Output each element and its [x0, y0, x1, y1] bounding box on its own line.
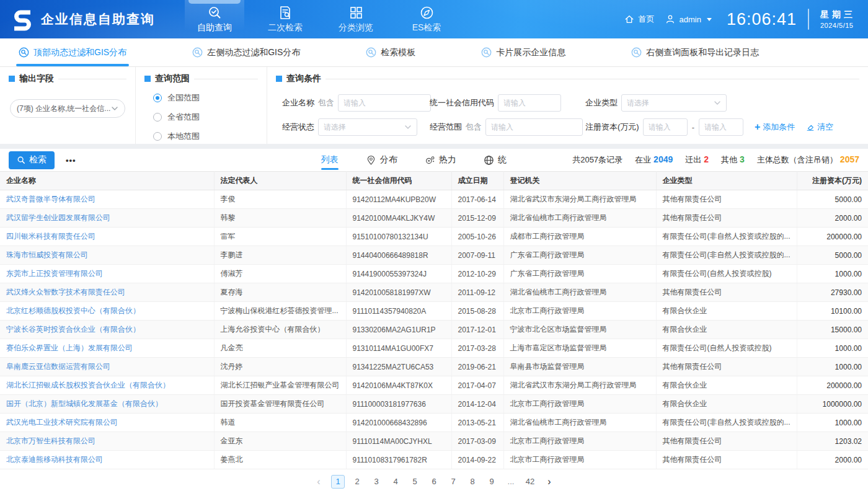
page-tab-0[interactable]: 顶部动态过滤和GIS分布 [19, 38, 126, 66]
nav-item-category-browse[interactable]: 分类浏览 [326, 0, 386, 38]
company-name-link[interactable]: 东莞市上正投资管理有限公司 [6, 269, 103, 278]
view-tab-label: 列表 [321, 154, 339, 166]
company-name-link[interactable]: 武汉烽火众智数字技术有限责任公司 [6, 288, 125, 296]
view-tab-0[interactable]: 列表 [321, 149, 339, 171]
page-tab-2[interactable]: 检索模板 [366, 38, 415, 66]
biz-scope-input[interactable] [485, 118, 583, 136]
view-tab-1[interactable]: 分布 [366, 149, 397, 171]
status-stat: 主体总数（含注吊销）2057 [757, 154, 859, 166]
next-page-button[interactable]: › [542, 475, 556, 489]
view-tab-label: 热力 [439, 154, 456, 166]
section-title: 查询条件 [286, 73, 321, 84]
company-name-link[interactable]: 武汉光电工业技术研究院有限公司 [6, 418, 118, 427]
clock: 16:06:41 [727, 10, 797, 29]
scope-radio-1[interactable]: 全省范围 [153, 112, 267, 123]
credit-code-input[interactable] [498, 94, 561, 112]
table-row: 阜南鹿云亚信数据运营有限公司沈丹婷91341225MA2TU6CA532019-… [0, 358, 868, 376]
stat-value: 3 [740, 154, 745, 164]
circle-search-icon [481, 47, 492, 58]
company-name-link[interactable]: 北京红杉顺德股权投资中心（有限合伙） [6, 306, 140, 315]
company-name-link[interactable]: 赛伯乐众界置业（上海）发展有限公司 [6, 343, 133, 352]
weekday: 星期三 [820, 9, 856, 20]
search-button[interactable]: 检索 [9, 151, 55, 169]
table-row: 湖北长江招银成长股权投资合伙企业（有限合伙）湖北长江招银产业基金管理有限公司91… [0, 376, 868, 395]
add-condition-button[interactable]: + 添加条件 [755, 122, 795, 133]
scope-radio-0[interactable]: 全国范围 [153, 92, 267, 104]
biz-status-select[interactable]: 请选择 [318, 118, 417, 136]
nav-item-self-query[interactable]: 自助查询 [185, 0, 244, 38]
table-row: 武汉光电工业技术研究院有限公司韩道9142010006684328962013-… [0, 414, 868, 432]
page-button-2[interactable]: 2 [350, 475, 364, 489]
chevron-down-icon [707, 18, 712, 21]
page-button-3[interactable]: 3 [370, 475, 383, 489]
table-row: 武汉奇普微半导体有限公司李俊91420112MA4KUPB20W2017-06-… [0, 190, 868, 209]
search-icon [17, 156, 25, 164]
page-tab-3[interactable]: 卡片展示企业信息 [481, 38, 565, 66]
company-name-link[interactable]: 武汉奇普微半导体有限公司 [6, 195, 95, 203]
es-search-icon [419, 5, 435, 20]
table-row: 赛伯乐众界置业（上海）发展有限公司凡金亮91310114MA1GU00FX720… [0, 339, 868, 358]
page-tabs: 顶部动态过滤和GIS分布左侧动态过滤和GIS分布检索模板卡片展示企业信息右侧查询… [0, 38, 868, 67]
operator-label: 包含 [466, 122, 482, 133]
table-row: 武汉烽火众智数字技术有限责任公司夏存海9142010058181997XW201… [0, 283, 868, 302]
page-button-7[interactable]: 7 [446, 475, 460, 489]
status-stat: 迁出2 [685, 154, 709, 166]
page-button-4[interactable]: 4 [389, 475, 402, 489]
home-link[interactable]: 首页 [624, 14, 654, 25]
page-tab-4[interactable]: 右侧查询面板和导出记录日志 [631, 38, 759, 66]
table-row: 北京泰迪熊移动科技有限公司姜燕北91110108317961782R2014-0… [0, 451, 868, 469]
field-label: 注册资本(万元) [585, 122, 639, 133]
stat-label: 主体总数（含注吊销） [757, 155, 838, 164]
table-row: 四川银米科技有限责任公司雷军91510100780132134U2005-10-… [0, 228, 868, 246]
prev-page-button[interactable]: ‹ [312, 475, 326, 489]
company-name-link[interactable]: 珠海市恒威投资有限公司 [6, 250, 88, 259]
company-name-link[interactable]: 阜南鹿云亚信数据运营有限公司 [6, 362, 110, 371]
chevron-down-icon [714, 99, 721, 107]
company-name-link[interactable]: 湖北长江招银成长股权投资合伙企业（有限合伙） [6, 381, 170, 389]
company-name-link[interactable]: 四川银米科技有限责任公司 [6, 232, 95, 241]
page-tab-1[interactable]: 左侧动态过滤和GIS分布 [192, 38, 300, 66]
nav-item-re-search[interactable]: 二次检索 [255, 0, 315, 38]
page-button-5[interactable]: 5 [408, 475, 422, 489]
circle-search-icon [192, 47, 203, 58]
table-row: 珠海市恒威投资有限公司李鹏进91440400666489818R2007-09-… [0, 246, 868, 265]
company-name-link[interactable]: 宁波长谷英时投资合伙企业（有限合伙） [6, 325, 140, 334]
results-section: 检索 ••• 列表分布热力统 共2057条记录 在业2049迁出2其他3主体总数… [0, 149, 868, 494]
stat-label: 其他 [721, 155, 737, 164]
company-name-input[interactable] [338, 94, 431, 112]
page-button-1[interactable]: 1 [331, 475, 345, 489]
company-name-link[interactable]: 北京市万智生科技有限公司 [6, 436, 95, 445]
divider [326, 79, 859, 79]
circle-search-icon [19, 47, 29, 58]
view-tab-3[interactable]: 统 [484, 149, 507, 171]
page-button-6[interactable]: 6 [427, 475, 441, 489]
page-button-42[interactable]: 42 [523, 475, 537, 489]
clear-button[interactable]: 清空 [806, 122, 833, 133]
company-name-link[interactable]: 武汉留学生创业园发展有限公司 [6, 213, 110, 222]
nav-item-es-search[interactable]: ES检索 [397, 0, 456, 38]
operator-label: 包含 [318, 97, 334, 108]
globe-icon [484, 155, 494, 166]
page-button-8[interactable]: 8 [466, 475, 479, 489]
company-name-link[interactable]: 国开（北京）新型城镇化发展基金（有限合伙） [6, 399, 162, 408]
reg-capital-max-input[interactable] [699, 118, 743, 136]
more-button[interactable]: ••• [66, 156, 76, 165]
output-fields-select[interactable]: (7项) 企业名称,统一社会信... [10, 99, 125, 118]
query-conditions-section: 查询条件 企业名称 包含 统一社会信用代码 企业类型 请选择 [267, 67, 868, 144]
table-row: 北京红杉顺德股权投资中心（有限合伙）宁波梅山保税港红杉荟德投资管理...9111… [0, 302, 868, 321]
company-name-link[interactable]: 北京泰迪熊移动科技有限公司 [6, 455, 103, 464]
column-header: 企业名称 [0, 172, 214, 190]
page-button-9[interactable]: 9 [485, 475, 498, 489]
nav-item-label: ES检索 [412, 22, 441, 33]
date-box: 星期三 2024/5/15 [820, 9, 856, 29]
page-tab-label: 左侧动态过滤和GIS分布 [207, 47, 300, 58]
column-header: 统一社会信用代码 [346, 172, 451, 190]
company-type-select[interactable]: 请选择 [621, 94, 727, 112]
user-icon [665, 14, 675, 24]
view-tab-2[interactable]: 热力 [425, 149, 456, 171]
user-menu[interactable]: admin [665, 14, 711, 24]
column-header: 注册资本(万元) [797, 172, 868, 190]
table-row: 武汉留学生创业园发展有限公司韩黎91420100MA4KLJKY4W2015-1… [0, 209, 868, 228]
reg-capital-min-input[interactable] [643, 118, 688, 136]
scope-radio-2[interactable]: 本地范围 [153, 131, 267, 142]
